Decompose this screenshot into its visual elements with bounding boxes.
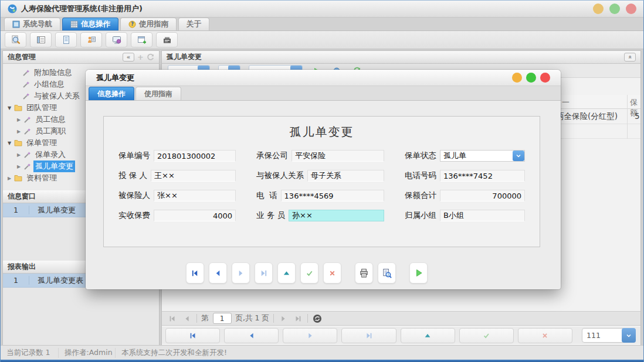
maximize-button[interactable] xyxy=(609,4,620,14)
run-button[interactable] xyxy=(409,262,428,284)
chevron-right-icon[interactable]: ▶ xyxy=(8,176,14,181)
close-button[interactable] xyxy=(626,4,636,14)
page-number-input[interactable] xyxy=(213,313,232,324)
chevron-down-icon[interactable]: ▼ xyxy=(8,105,14,111)
list-icon xyxy=(36,35,46,45)
insured-person-input[interactable]: 张×× xyxy=(154,190,236,202)
edit-record-button[interactable] xyxy=(277,262,296,284)
confirm-button[interactable] xyxy=(300,262,318,284)
main-tabbar: 系统导航 信息操作 ? 使用指南 关于 xyxy=(1,18,643,31)
first-record-icon xyxy=(191,269,199,278)
sidebar-title: 信息管理 xyxy=(8,52,36,62)
dialog-close-button[interactable] xyxy=(540,73,550,83)
page-prefix: 第 xyxy=(201,313,209,323)
folder-icon xyxy=(14,139,22,146)
prev-record-button[interactable] xyxy=(209,262,227,284)
field-insurer-company: 承保公司 平安保险 xyxy=(256,150,384,162)
refresh-page-button[interactable] xyxy=(312,313,323,324)
confirm-button[interactable] xyxy=(459,328,514,343)
document-button[interactable] xyxy=(55,32,77,47)
tray-button[interactable] xyxy=(156,32,178,47)
chevron-down-icon[interactable]: ▼ xyxy=(8,141,14,146)
chevron-right-icon[interactable]: ▶ xyxy=(17,117,23,122)
tab-about[interactable]: 关于 xyxy=(178,18,209,30)
prev-page-button[interactable] xyxy=(182,313,192,324)
sales-agent-input[interactable]: 孙×× xyxy=(289,210,384,221)
prev-record-icon xyxy=(213,269,222,278)
field-insured-person: 被保险人 张×× xyxy=(118,190,236,202)
collapse-up-button[interactable]: « xyxy=(624,53,636,62)
field-policy-status: 保单状态 孤儿单 xyxy=(405,150,525,162)
tab-info-operation[interactable]: 信息操作 xyxy=(62,18,118,30)
search-view-button[interactable] xyxy=(5,32,26,47)
telephone-input[interactable]: 136****4569 xyxy=(281,190,384,202)
last-page-button[interactable] xyxy=(293,313,303,324)
app-logo-icon xyxy=(8,4,17,13)
main-toolbar xyxy=(1,31,643,49)
collapse-panel-button[interactable]: « xyxy=(123,53,134,62)
user-report-button[interactable] xyxy=(80,32,102,47)
search-icon xyxy=(11,35,21,45)
received-premium-input[interactable]: 4000 xyxy=(154,210,236,221)
app-window: 人寿保险代理管理系统(非注册用户) 系统导航 信息操作 ? 使用指南 关于 xyxy=(0,0,644,362)
wand-icon xyxy=(23,163,31,170)
dialog-minimize-button[interactable] xyxy=(512,73,522,83)
owning-group-input[interactable]: B小组 xyxy=(440,210,525,221)
preview-icon xyxy=(382,268,392,278)
add-window-button[interactable] xyxy=(131,32,152,47)
field-phone-number: 电话号码 136****7452 xyxy=(405,170,525,182)
dialog-maximize-button[interactable] xyxy=(526,73,536,83)
list-view-button[interactable] xyxy=(30,32,52,47)
field-policy-holder: 投 保 人 王×× xyxy=(118,170,236,182)
first-record-button[interactable] xyxy=(165,328,220,343)
cancel-button[interactable] xyxy=(323,262,341,284)
insurer-company-input[interactable]: 平安保险 xyxy=(292,150,384,162)
policy-number-input[interactable]: 201801300002 xyxy=(154,150,236,162)
last-record-button[interactable] xyxy=(341,328,396,343)
edit-record-button[interactable] xyxy=(401,328,455,343)
printer-icon xyxy=(359,268,369,278)
dialog-tab-user-guide[interactable]: 使用指南 xyxy=(135,87,181,100)
printer-tray-icon xyxy=(162,35,172,45)
chevron-down-icon[interactable] xyxy=(513,151,524,161)
add-icon[interactable]: + xyxy=(137,53,144,62)
minimize-button[interactable] xyxy=(593,4,604,14)
next-record-icon xyxy=(306,332,314,340)
phone-number-input[interactable]: 136****7452 xyxy=(440,170,525,182)
next-record-button[interactable] xyxy=(283,328,337,343)
wand-icon xyxy=(22,93,30,100)
first-page-button[interactable] xyxy=(167,313,178,324)
window-icon xyxy=(12,21,20,28)
dialog-tab-info-operation[interactable]: 信息操作 xyxy=(89,87,134,100)
monitor-button[interactable] xyxy=(106,32,127,47)
column-divider xyxy=(627,95,628,139)
last-record-button[interactable] xyxy=(255,262,273,284)
up-triangle-icon xyxy=(282,269,291,278)
page-suffix: 页,共 1 页 xyxy=(236,313,269,323)
cancel-button[interactable] xyxy=(518,328,572,343)
next-record-button[interactable] xyxy=(232,262,250,284)
chevron-right-icon[interactable]: ▶ xyxy=(17,164,23,169)
refresh-icon[interactable] xyxy=(147,53,154,61)
chevron-right-icon[interactable]: ▶ xyxy=(17,152,23,158)
total-coverage-input[interactable]: 700000 xyxy=(440,190,525,202)
insured-relation-input[interactable]: 母子关系 xyxy=(307,170,384,182)
next-page-button[interactable] xyxy=(278,313,289,324)
first-record-button[interactable] xyxy=(186,262,204,284)
policy-holder-input[interactable]: 王×× xyxy=(151,170,236,182)
cross-icon xyxy=(328,269,337,278)
prev-page-icon xyxy=(183,315,191,323)
record-count-combo[interactable]: 111 xyxy=(582,328,636,343)
chevron-right-icon[interactable]: ▶ xyxy=(17,129,23,134)
record-count-status: 当前记录数 1 xyxy=(6,348,58,358)
check-icon xyxy=(305,269,314,278)
tab-system-nav[interactable]: 系统导航 xyxy=(4,18,60,30)
field-total-coverage: 保额合计 700000 xyxy=(405,190,525,202)
print-button[interactable] xyxy=(355,262,373,284)
print-preview-button[interactable] xyxy=(378,262,396,284)
divider xyxy=(307,314,308,323)
prev-record-button[interactable] xyxy=(224,328,279,343)
policy-status-select[interactable]: 孤儿单 xyxy=(440,150,525,162)
tab-user-guide[interactable]: ? 使用指南 xyxy=(120,18,177,30)
chevron-down-icon[interactable] xyxy=(622,328,636,343)
